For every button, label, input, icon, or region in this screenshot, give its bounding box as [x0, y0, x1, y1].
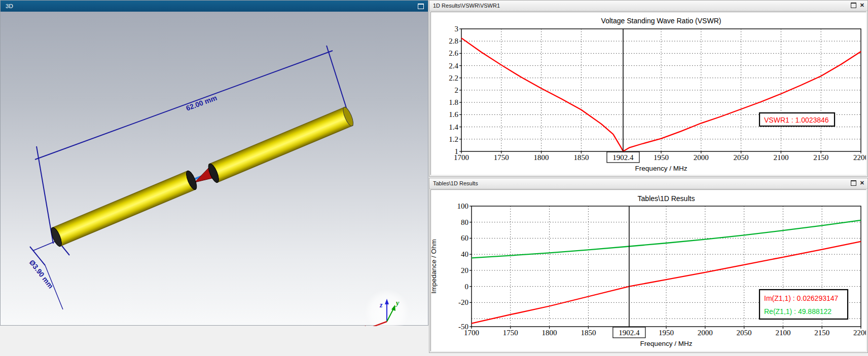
- x-tick-label: 1950: [654, 153, 669, 162]
- dimension-line-diameter: Ø3.90 mm: [28, 236, 69, 309]
- VSWR1-curve: [461, 38, 861, 151]
- y-tick-label: 0: [465, 283, 469, 291]
- 3d-scene: 62.00 mm Ø3.90 mm: [1, 12, 429, 326]
- chart-title: Tables\1D Results: [638, 194, 695, 203]
- vswr-chart-area[interactable]: 1700175018001850195020002050210021502200…: [430, 12, 866, 175]
- x-tick-label: 2000: [694, 153, 709, 162]
- y-tick-label: 2.6: [449, 49, 458, 57]
- y-tick-label: 1.4: [449, 123, 458, 131]
- x-tick-label: 2150: [813, 153, 828, 162]
- y-tick-label: 60: [461, 234, 468, 242]
- close-icon[interactable]: ✕: [860, 3, 864, 8]
- x-tick-label: 1750: [503, 329, 518, 337]
- x-axis-title: Frequency / MHz: [635, 165, 688, 172]
- 3d-panel-title: 3D: [6, 3, 13, 9]
- x-axis-arrow: [356, 326, 367, 326]
- dimension-length-label: 62.00 mm: [185, 94, 218, 112]
- impedance-chart[interactable]: 1700175018001850195020002050210021502200…: [431, 190, 866, 353]
- 3d-viewport[interactable]: 62.00 mm Ø3.90 mm: [1, 12, 428, 325]
- dimension-diameter-label: Ø3.90 mm: [28, 258, 55, 290]
- x-tick-label: 1750: [494, 153, 509, 162]
- x-tick-label: 1950: [659, 329, 674, 337]
- marker-value-label: 1902.4: [619, 329, 640, 337]
- x-axis-title: Frequency / MHz: [640, 340, 693, 347]
- vswr-panel-title: 1D Results\VSWR\VSWR1: [433, 3, 500, 9]
- x-tick-label: 2050: [734, 153, 749, 162]
- y-tick-label: 2.8: [449, 37, 458, 45]
- 3d-panel-titlebar[interactable]: 3D: [1, 1, 428, 12]
- x-tick-label: 1800: [534, 153, 549, 162]
- close-icon[interactable]: ✕: [860, 180, 864, 186]
- x-tick-label: 1850: [573, 153, 589, 162]
- value-readout-text: Re(Z1,1) : 49.888122: [764, 307, 831, 315]
- vswr-results-panel: 1D Results\VSWR\VSWR1 ✕ 1700175018001850…: [429, 0, 868, 177]
- y-tick-label: 2.2: [449, 74, 458, 82]
- chart-title: Voltage Standing Wave Ratio (VSWR): [601, 17, 721, 25]
- value-readout-text: VSWR1 : 1.0023846: [764, 116, 829, 124]
- y-tick-label: 1: [455, 147, 459, 155]
- vswr-chart[interactable]: 1700175018001850195020002050210021502200…: [431, 12, 866, 177]
- y-tick-label: 2.4: [449, 62, 458, 70]
- y-tick-label: -20: [458, 298, 468, 306]
- value-readout-text: Im(Z1,1) : 0.026293147: [764, 294, 839, 302]
- y-tick-label: 1.6: [449, 110, 458, 118]
- x-tick-label: 2200: [853, 153, 866, 162]
- x-tick-label: 2100: [775, 329, 790, 337]
- tables-results-panel: Tables\1D Results ✕ 17001750180018501950…: [429, 178, 868, 353]
- dipole-arm-right[interactable]: [206, 106, 355, 184]
- maximize-icon[interactable]: [851, 180, 856, 186]
- z-axis-label: z: [379, 301, 383, 309]
- impedance-chart-area[interactable]: 1700175018001850195020002050210021502200…: [430, 189, 866, 351]
- y-axis-title: Impedance / Ohm: [431, 239, 438, 293]
- x-tick-label: 1850: [581, 329, 596, 337]
- x-tick-label: 2000: [698, 329, 713, 337]
- y-tick-label: -50: [458, 323, 468, 331]
- x-tick-label: 2050: [737, 329, 752, 337]
- tables-panel-title: Tables\1D Results: [433, 180, 478, 186]
- x-tick-label: 2200: [853, 329, 866, 337]
- dipole-arm-left[interactable]: [49, 170, 199, 248]
- x-tick-label: 2100: [773, 153, 788, 162]
- y-tick-label: 20: [461, 266, 468, 274]
- y-tick-label: 40: [461, 250, 468, 258]
- x-tick-label: 2150: [814, 329, 829, 337]
- axis-triad[interactable]: z y x: [356, 289, 409, 326]
- y-tick-label: 80: [461, 218, 468, 226]
- y-tick-label: 100: [457, 202, 469, 210]
- vswr-panel-titlebar[interactable]: 1D Results\VSWR\VSWR1 ✕: [429, 1, 867, 11]
- maximize-icon[interactable]: [851, 3, 856, 8]
- restore-icon[interactable]: [418, 4, 424, 9]
- x-gridlines: [501, 29, 821, 151]
- 3d-view-panel: 3D: [0, 0, 428, 326]
- tables-panel-titlebar[interactable]: Tables\1D Results ✕: [429, 178, 867, 189]
- x-tick-label: 1800: [542, 329, 557, 337]
- y-tick-label: 2: [455, 86, 459, 94]
- y-tick-label: 1.8: [449, 98, 458, 106]
- marker-value-label: 1902.4: [612, 153, 634, 162]
- y-tick-label: 1.2: [449, 135, 458, 143]
- y-axis-label: y: [395, 299, 400, 307]
- y-tick-label: 3: [455, 25, 459, 33]
